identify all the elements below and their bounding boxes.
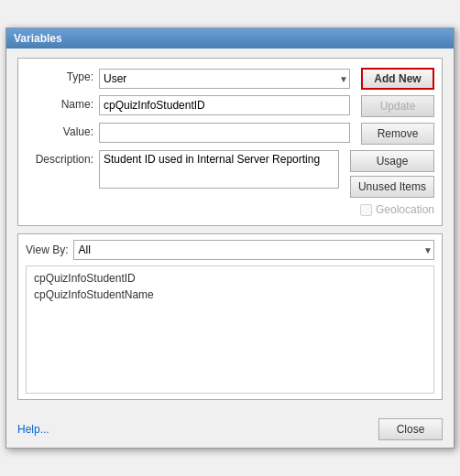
remove-button[interactable]: Remove bbox=[361, 123, 434, 145]
buttons-column: Add New bbox=[361, 68, 434, 90]
name-row: Name: Update bbox=[26, 95, 434, 117]
form-section: Type: User Session ▼ Add New N bbox=[17, 58, 443, 226]
usage-button[interactable]: Usage bbox=[350, 150, 434, 172]
name-input[interactable] bbox=[99, 95, 350, 115]
view-by-select-wrapper: All ▼ bbox=[73, 240, 434, 260]
value-label: Value: bbox=[26, 123, 99, 138]
view-by-label: View By: bbox=[26, 243, 68, 256]
variables-list: cpQuizInfoStudentID cpQuizInfoStudentNam… bbox=[26, 265, 434, 394]
update-button[interactable]: Update bbox=[361, 95, 434, 117]
update-column: Update bbox=[361, 95, 434, 117]
view-by-select[interactable]: All bbox=[73, 240, 434, 260]
remove-column: Remove bbox=[361, 123, 434, 145]
dialog-body: Type: User Session ▼ Add New N bbox=[6, 49, 454, 415]
list-item[interactable]: cpQuizInfoStudentName bbox=[30, 287, 430, 303]
variables-dialog: Variables Type: User Session ▼ Add New bbox=[5, 27, 455, 449]
value-input[interactable] bbox=[99, 123, 350, 143]
help-link[interactable]: Help... bbox=[17, 423, 49, 436]
type-select-wrapper: User Session ▼ bbox=[99, 69, 350, 89]
usage-unused-column: Usage Unused Items bbox=[350, 150, 434, 198]
unused-items-button[interactable]: Unused Items bbox=[350, 176, 434, 198]
list-item[interactable]: cpQuizInfoStudentID bbox=[30, 270, 430, 287]
name-label: Name: bbox=[26, 95, 99, 111]
value-row: Value: Remove bbox=[26, 123, 434, 145]
geolocation-label: Geolocation bbox=[360, 203, 434, 216]
description-input[interactable]: Student ID used in Internal Server Repor… bbox=[99, 150, 339, 189]
view-by-row: View By: All ▼ bbox=[26, 240, 434, 260]
description-label: Description: bbox=[26, 150, 99, 166]
type-row: Type: User Session ▼ Add New bbox=[26, 68, 434, 90]
dialog-title: Variables bbox=[6, 28, 454, 49]
geolocation-row: Geolocation bbox=[26, 203, 434, 216]
geolocation-checkbox bbox=[360, 204, 372, 216]
close-button[interactable]: Close bbox=[378, 418, 443, 440]
add-new-button[interactable]: Add New bbox=[361, 68, 434, 90]
type-label: Type: bbox=[26, 68, 99, 83]
description-row: Description: Student ID used in Internal… bbox=[26, 150, 434, 198]
geolocation-text: Geolocation bbox=[376, 203, 434, 216]
type-select[interactable]: User Session bbox=[99, 69, 350, 89]
list-section: View By: All ▼ cpQuizInfoStudentID cpQui… bbox=[17, 233, 443, 400]
dialog-footer: Help... Close bbox=[6, 415, 454, 448]
